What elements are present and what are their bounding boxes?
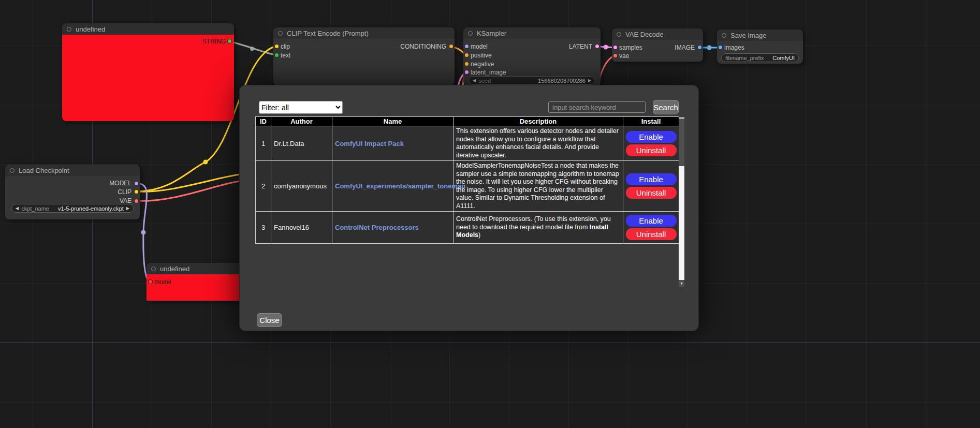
input-port-images[interactable] — [718, 45, 723, 50]
input-port-text[interactable] — [274, 53, 279, 57]
cell-author: Fannovel16 — [271, 212, 332, 244]
input-port-model[interactable] — [464, 44, 469, 49]
scrollbar-down-button[interactable]: ▼ — [679, 280, 684, 287]
input-label-clip: clip — [281, 43, 290, 50]
output-label-latent: LATENT — [569, 43, 592, 50]
widget-name: seed — [478, 78, 491, 84]
node-title: Save Image — [730, 32, 766, 39]
output-port-image[interactable] — [697, 45, 702, 50]
input-label-latent-image: latent_image — [471, 69, 506, 76]
output-label-clip: CLIP — [118, 188, 131, 196]
node-titlebar[interactable]: Load Checkpoint — [5, 165, 140, 176]
node-title: KSampler — [477, 29, 506, 37]
node-title: CLIP Text Encode (Prompt) — [287, 29, 369, 37]
node-title: undefined — [160, 265, 189, 273]
custom-nodes-dialog: Filter: all Search ID Author Name Descri… — [239, 85, 699, 331]
cell-id: 2 — [256, 161, 271, 212]
input-label-vae: vae — [619, 52, 629, 60]
input-port-model[interactable] — [148, 279, 153, 284]
output-port-model[interactable] — [134, 181, 139, 186]
cell-install: Enable Uninstall — [623, 126, 679, 161]
uninstall-button[interactable]: Uninstall — [626, 228, 677, 240]
widget-name: filename_prefix — [725, 55, 764, 61]
widget-value: 156680208700286 — [538, 78, 586, 84]
node-titlebar[interactable]: VAE Decode — [612, 28, 703, 40]
output-port-conditioning[interactable] — [449, 44, 454, 49]
output-port-clip[interactable] — [134, 189, 139, 194]
collapse-dot-icon[interactable] — [468, 31, 473, 36]
right-arrow-icon[interactable]: ▶ — [588, 76, 591, 85]
output-port-vae[interactable] — [134, 199, 139, 203]
input-label-negative: negative — [471, 61, 494, 68]
cell-install: Enable Uninstall — [623, 161, 679, 212]
cell-description: ModelSamplerTonemapNoiseTest a node that… — [454, 161, 623, 212]
uninstall-button[interactable]: Uninstall — [626, 187, 677, 199]
col-header-author: Author — [271, 117, 332, 126]
collapse-dot-icon[interactable] — [151, 267, 156, 271]
input-port-samples[interactable] — [613, 45, 618, 50]
scrollbar-thumb[interactable] — [679, 119, 684, 166]
search-button[interactable]: Search — [653, 100, 679, 114]
output-port-latent[interactable] — [595, 44, 599, 49]
widget-value: ComfyUI — [772, 55, 795, 61]
enable-button[interactable]: Enable — [626, 215, 677, 227]
node-titlebar[interactable]: KSampler — [463, 27, 601, 39]
col-header-name: Name — [332, 117, 454, 126]
output-label-image: IMAGE — [675, 44, 695, 51]
node-graph-canvas[interactable]: undefined STRING CLIP Text Encode (Promp… — [0, 0, 980, 428]
node-undefined-top[interactable]: undefined STRING — [62, 23, 234, 121]
description-text: ) — [478, 231, 480, 239]
uninstall-button[interactable]: Uninstall — [626, 144, 677, 156]
node-titlebar[interactable]: undefined — [62, 23, 234, 35]
output-label-vae: VAE — [120, 197, 131, 204]
cell-install: Enable Uninstall — [623, 212, 679, 244]
filename-prefix-widget[interactable]: filename_prefix ComfyUI — [721, 53, 799, 62]
filter-select[interactable]: Filter: all — [259, 101, 343, 114]
search-input[interactable] — [548, 101, 646, 113]
col-header-description: Description — [454, 117, 623, 126]
right-arrow-icon[interactable]: ▶ — [126, 204, 129, 213]
input-label-images: images — [724, 44, 744, 51]
node-load-checkpoint[interactable]: Load Checkpoint MODEL CLIP VAE ◀ ckpt_na… — [5, 165, 140, 219]
input-port-clip[interactable] — [274, 44, 279, 49]
ckpt-name-widget[interactable]: ◀ ckpt_name v1-5-pruned-emaonly.ckpt ▶ — [11, 204, 134, 213]
collapse-dot-icon[interactable] — [722, 33, 726, 38]
output-label-conditioning: CONDITIONING — [400, 43, 446, 50]
extension-link[interactable]: ControlNet Preprocessors — [335, 224, 419, 231]
node-clip-text-encode[interactable]: CLIP Text Encode (Prompt) clip text COND… — [273, 27, 455, 85]
enable-button[interactable]: Enable — [626, 131, 677, 143]
col-header-id: ID — [256, 117, 271, 126]
input-port-latent-image[interactable] — [464, 70, 469, 75]
extension-row: 3 Fannovel16 ControlNet Preprocessors Co… — [256, 212, 679, 244]
seed-widget[interactable]: ◀ seed 156680208700286 ▶ — [469, 76, 595, 85]
collapse-dot-icon[interactable] — [67, 27, 71, 32]
input-port-vae[interactable] — [613, 53, 618, 58]
node-titlebar[interactable]: CLIP Text Encode (Prompt) — [273, 27, 455, 39]
output-port-string[interactable] — [227, 39, 232, 43]
wire-clip-to-hidden — [136, 174, 240, 191]
node-body — [62, 35, 234, 121]
extension-link[interactable]: ComfyUI_experiments/sampler_tonemap — [335, 182, 465, 190]
input-port-positive[interactable] — [464, 53, 469, 57]
extension-link[interactable]: ComfyUI Impact Pack — [335, 140, 404, 147]
input-label-samples: samples — [619, 44, 642, 51]
enable-button[interactable]: Enable — [626, 173, 677, 185]
left-arrow-icon[interactable]: ◀ — [16, 204, 19, 213]
node-vae-decode[interactable]: VAE Decode samples vae IMAGE — [612, 28, 703, 62]
node-titlebar[interactable]: Save Image — [717, 29, 803, 41]
table-scrollbar[interactable]: ▼ — [679, 117, 684, 287]
collapse-dot-icon[interactable] — [278, 31, 283, 36]
table-header-row: ID Author Name Description Install — [256, 117, 679, 126]
close-button[interactable]: Close — [257, 313, 282, 327]
canvas-axis-horizontal — [0, 342, 980, 343]
left-arrow-icon[interactable]: ◀ — [473, 76, 476, 85]
cell-name: ComfyUI Impact Pack — [332, 126, 454, 161]
input-label-positive: positive — [471, 52, 492, 59]
node-save-image[interactable]: Save Image images filename_prefix ComfyU… — [717, 29, 803, 64]
collapse-dot-icon[interactable] — [617, 32, 621, 37]
wire-vae-to-hidden — [136, 181, 240, 201]
input-port-negative[interactable] — [464, 62, 469, 66]
node-ksampler[interactable]: KSampler model positive negative latent_… — [463, 27, 601, 85]
down-arrow-icon: ▼ — [680, 282, 683, 285]
collapse-dot-icon[interactable] — [10, 168, 14, 173]
